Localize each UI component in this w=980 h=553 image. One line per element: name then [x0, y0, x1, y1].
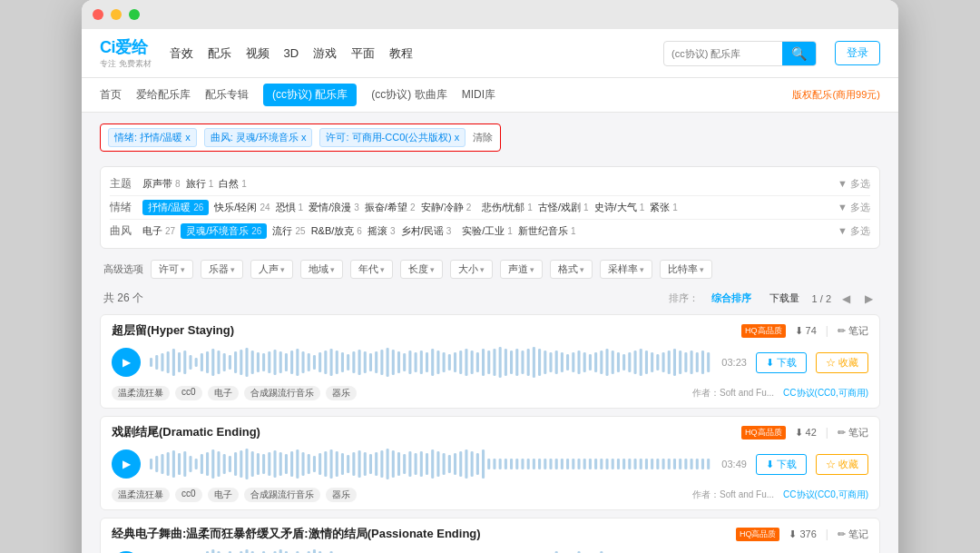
cat-item-pop[interactable]: 流行 25	[272, 224, 305, 238]
sub-nav-home[interactable]: 首页	[100, 84, 122, 106]
cat-item-original[interactable]: 原声带 8	[142, 177, 181, 191]
collect-button-2[interactable]: ☆ 收藏	[816, 454, 868, 475]
hq-badge-3: HQ高品质	[736, 528, 780, 541]
cat-item-nature[interactable]: 白然 1	[219, 177, 247, 191]
cat-item-ambient[interactable]: 灵魂/环境音乐 26	[181, 223, 267, 239]
search-input[interactable]	[664, 48, 782, 59]
adv-format[interactable]: 格式 ▾	[550, 260, 593, 279]
sub-nav-cc-song[interactable]: (cc协议) 歌曲库	[371, 84, 446, 106]
sub-nav-midi[interactable]: MIDI库	[462, 84, 495, 106]
card-right-1: HQ高品质 ⬇ 74 | ✏ 笔记	[741, 324, 868, 338]
cat-item-rnb[interactable]: R&B/放克 6	[311, 224, 362, 238]
cat-item-epic[interactable]: 史诗/大气 1	[594, 201, 645, 214]
download-button-1[interactable]: ⬇ 下载	[756, 352, 807, 373]
cat-item-exp[interactable]: 实验/工业 1	[462, 224, 513, 238]
sub-nav-album[interactable]: 配乐专辑	[205, 84, 249, 106]
adv-size[interactable]: 大小 ▾	[450, 260, 493, 279]
tag-2-4[interactable]: 器乐	[326, 488, 357, 502]
cat-item-travel[interactable]: 旅行 1	[186, 177, 214, 191]
tag-2-1[interactable]: cc0	[175, 488, 202, 502]
sub-nav-cc-music[interactable]: (cc协议) 配乐库	[263, 84, 357, 106]
adv-samplerate[interactable]: 采样率 ▾	[600, 260, 652, 279]
svg-rect-117	[245, 449, 248, 479]
tag-1-4[interactable]: 器乐	[326, 386, 357, 400]
cat-more-mood[interactable]: ▼ 多选	[838, 201, 870, 214]
adv-length[interactable]: 长度 ▾	[400, 260, 443, 279]
adv-voice[interactable]: 人声 ▾	[250, 260, 293, 279]
cat-row-mood: 情绪 抒情/温暖 26 快乐/轻闲 24 恐惧 1 爱情/浪漫 3 振奋/希望 …	[110, 196, 870, 220]
nav-link-tutorial[interactable]: 教程	[389, 45, 413, 62]
note-button-3[interactable]: ✏ 笔记	[838, 528, 868, 541]
tag-2-3[interactable]: 合成踢流行音乐	[244, 488, 320, 502]
svg-rect-168	[533, 459, 535, 469]
svg-rect-223	[279, 549, 282, 553]
cat-item-sad[interactable]: 悲伤/忧郁 1	[482, 201, 533, 214]
adv-era[interactable]: 年代 ▾	[350, 260, 393, 279]
waveform-row-3: ▶	[112, 548, 868, 553]
play-button-2[interactable]: ▶	[112, 449, 141, 479]
cat-item-newage[interactable]: 新世纪音乐 1	[518, 224, 576, 238]
nav-link-video[interactable]: 视频	[246, 45, 270, 62]
close-dot[interactable]	[93, 9, 103, 20]
prev-page-button[interactable]: ◀	[838, 291, 854, 307]
adv-license[interactable]: 许可 ▾	[151, 260, 193, 279]
svg-rect-51	[436, 351, 439, 374]
tag-2-2[interactable]: 电子	[208, 488, 239, 502]
svg-rect-83	[617, 352, 620, 372]
adv-instrument[interactable]: 乐器 ▾	[201, 260, 243, 279]
nav-link-3d[interactable]: 3D	[284, 46, 299, 60]
svg-rect-154	[454, 453, 456, 475]
svg-rect-150	[431, 449, 434, 479]
adv-channel[interactable]: 声道 ▾	[500, 260, 543, 279]
cat-item-electronic[interactable]: 电子 27	[142, 224, 175, 238]
cat-item-drama[interactable]: 古怪/戏剧 1	[538, 201, 589, 214]
cat-item-calm[interactable]: 安静/冷静 2	[421, 201, 472, 214]
login-button[interactable]: 登录	[835, 41, 880, 65]
minimize-dot[interactable]	[111, 9, 122, 20]
download-button-2[interactable]: ⬇ 下载	[756, 454, 807, 475]
svg-rect-41	[380, 350, 383, 375]
sort-downloads[interactable]: 下载量	[764, 290, 805, 307]
cat-item-tense[interactable]: 紧张 1	[650, 201, 678, 214]
cat-item-love[interactable]: 爱情/浪漫 3	[309, 201, 359, 214]
svg-rect-87	[640, 349, 642, 376]
note-button-2[interactable]: ✏ 笔记	[838, 426, 868, 439]
svg-rect-95	[684, 352, 687, 372]
sort-comprehensive[interactable]: 综合排序	[706, 290, 757, 307]
cat-item-happy[interactable]: 快乐/轻闲 24	[214, 201, 270, 214]
collect-button-1[interactable]: ☆ 收藏	[816, 352, 868, 373]
adv-region[interactable]: 地域 ▾	[300, 260, 343, 279]
tag-1-2[interactable]: 电子	[208, 386, 239, 400]
filter-tag-license[interactable]: 许可: 可商用-CC0(公共版权) x	[319, 128, 466, 147]
sub-nav-vip[interactable]: 版权配乐(商用99元)	[792, 88, 880, 102]
clear-filter-button[interactable]: 清除	[473, 131, 493, 144]
tag-1-0[interactable]: 温柔流狂暴	[112, 386, 170, 400]
next-page-button[interactable]: ▶	[861, 291, 877, 307]
nav-link-flat[interactable]: 平面	[351, 45, 375, 62]
cat-item-hope[interactable]: 振奋/希望 2	[365, 201, 416, 214]
tag-1-3[interactable]: 合成踢流行音乐	[244, 386, 320, 400]
svg-rect-48	[420, 351, 423, 374]
adv-bitrate[interactable]: 比特率 ▾	[660, 260, 712, 279]
play-button-1[interactable]: ▶	[112, 348, 141, 377]
cat-item-rock[interactable]: 摇滚 3	[368, 224, 396, 238]
download-count-2: ⬇ 42	[795, 427, 817, 439]
tag-2-0[interactable]: 温柔流狂暴	[112, 488, 170, 502]
cat-more-theme[interactable]: ▼ 多选	[838, 177, 870, 191]
nav-link-music[interactable]: 配乐	[208, 45, 231, 62]
note-button-1[interactable]: ✏ 笔记	[838, 324, 868, 338]
search-button[interactable]: 🔍	[782, 41, 816, 66]
svg-rect-96	[691, 351, 693, 374]
filter-tag-style[interactable]: 曲风: 灵魂/环境音乐 x	[204, 128, 313, 147]
maximize-dot[interactable]	[129, 9, 140, 20]
cat-item-fear[interactable]: 恐惧 1	[276, 201, 304, 214]
svg-rect-229	[313, 549, 316, 553]
sub-nav-aigei[interactable]: 爱给配乐库	[136, 84, 191, 106]
cat-more-style[interactable]: ▼ 多选	[838, 224, 870, 238]
filter-tag-mood[interactable]: 情绪: 抒情/温暖 x	[108, 128, 197, 147]
tag-1-1[interactable]: cc0	[175, 386, 202, 400]
nav-link-game[interactable]: 游戏	[313, 45, 337, 62]
nav-link-audio[interactable]: 音效	[170, 45, 193, 62]
cat-item-country[interactable]: 乡村/民谣 3	[401, 224, 452, 238]
cat-item-warm[interactable]: 抒情/温暖 26	[142, 200, 209, 215]
